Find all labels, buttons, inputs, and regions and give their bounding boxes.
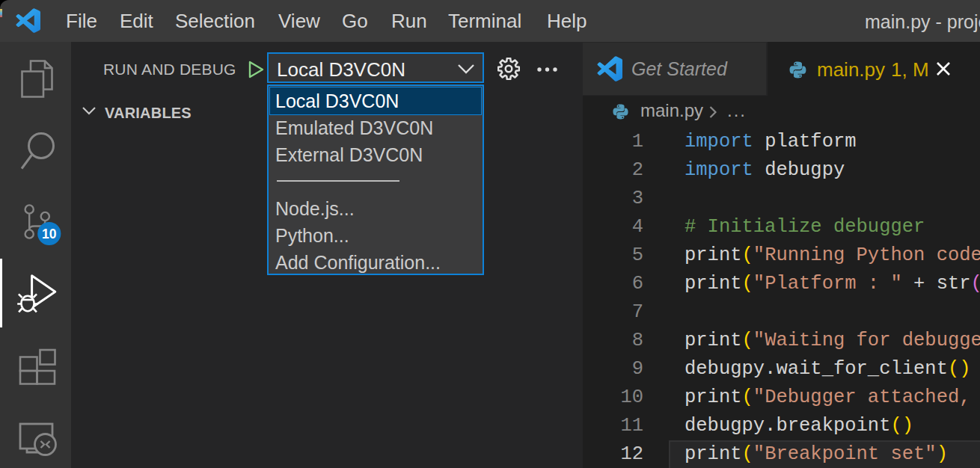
svg-text:10: 10 xyxy=(42,227,57,241)
